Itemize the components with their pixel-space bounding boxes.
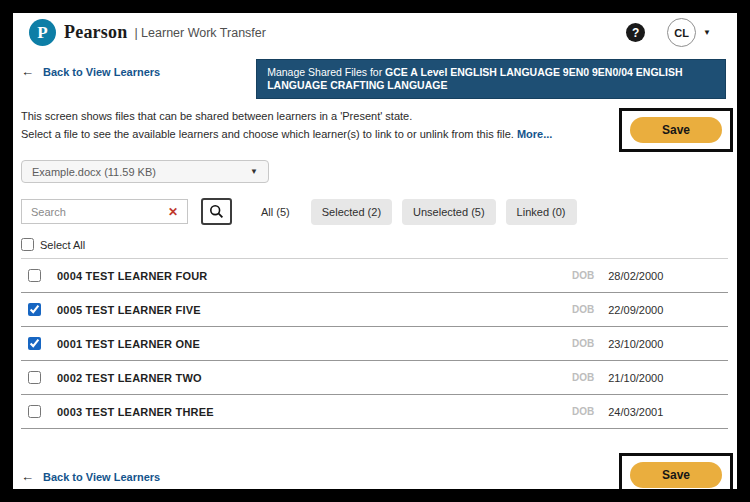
search-box: ✕ — [21, 199, 188, 224]
filter-chips: All (5) Selected (2) Unselected (5) Link… — [250, 199, 587, 225]
chevron-down-icon[interactable]: ▼ — [703, 28, 711, 37]
filter-linked[interactable]: Linked (0) — [506, 199, 577, 225]
dob-label: DOB — [572, 338, 594, 349]
dob-label: DOB — [572, 304, 594, 315]
save-highlight-bottom: Save — [619, 453, 733, 489]
dob-group: DOB 24/03/2001 — [572, 406, 728, 418]
back-arrow-icon: ← — [21, 469, 34, 484]
learner-list: 0004 TEST LEARNER FOUR DOB 28/02/2000 00… — [21, 258, 728, 429]
app-title: | Learner Work Transfer — [134, 26, 266, 40]
banner-prefix: Manage Shared Files for — [267, 66, 385, 78]
back-to-view-learners-link-bottom[interactable]: ← Back to View Learners — [21, 453, 160, 484]
dob-value: 23/10/2000 — [608, 338, 663, 350]
table-row[interactable]: 0001 TEST LEARNER ONE DOB 23/10/2000 — [21, 327, 728, 361]
brand-name: Pearson — [64, 22, 127, 43]
file-select-row: Example.docx (11.59 KB) ▼ — [21, 160, 737, 183]
dob-value: 28/02/2000 — [608, 270, 663, 282]
file-dropdown-value: Example.docx (11.59 KB) — [32, 166, 156, 178]
row-checkbox[interactable] — [28, 405, 41, 418]
back-link-label: Back to View Learners — [43, 66, 160, 78]
row-checkbox[interactable] — [28, 371, 41, 384]
dob-group: DOB 23/10/2000 — [572, 338, 728, 350]
clear-search-icon[interactable]: ✕ — [168, 206, 178, 218]
filter-all[interactable]: All (5) — [250, 199, 301, 225]
dob-value: 22/09/2000 — [608, 304, 663, 316]
table-row[interactable]: 0005 TEST LEARNER FIVE DOB 22/09/2000 — [21, 293, 728, 327]
select-all-checkbox[interactable] — [21, 238, 34, 251]
footer-row: ← Back to View Learners Save — [21, 453, 733, 489]
app-window: CL P Pearson | Learner Work Transfer ? C… — [13, 13, 737, 489]
row-checkbox[interactable] — [28, 337, 41, 350]
filter-unselected[interactable]: Unselected (5) — [402, 199, 496, 225]
dob-value: 21/10/2000 — [608, 372, 663, 384]
back-to-view-learners-link[interactable]: ← Back to View Learners — [21, 59, 160, 79]
learner-name: 0002 TEST LEARNER TWO — [57, 372, 572, 384]
back-link-label: Back to View Learners — [43, 471, 160, 483]
page-title-banner: Manage Shared Files for GCE A Level ENGL… — [256, 59, 726, 99]
help-icon[interactable]: ? — [626, 23, 645, 42]
table-row[interactable]: 0002 TEST LEARNER TWO DOB 21/10/2000 — [21, 361, 728, 395]
avatar[interactable]: CL — [667, 18, 696, 47]
save-button-top[interactable]: Save — [630, 117, 722, 143]
select-all[interactable]: Select All — [21, 238, 737, 251]
intro-line-1: This screen shows files that can be shar… — [21, 108, 619, 126]
dob-value: 24/03/2001 — [608, 406, 663, 418]
header-actions: ? CL ▼ — [626, 18, 711, 47]
dob-label: DOB — [572, 406, 594, 417]
dob-group: DOB 22/09/2000 — [572, 304, 728, 316]
dob-group: DOB 21/10/2000 — [572, 372, 728, 384]
save-button-bottom[interactable]: Save — [630, 462, 722, 488]
learner-name: 0004 TEST LEARNER FOUR — [57, 270, 572, 282]
more-link[interactable]: More... — [517, 128, 552, 140]
dob-group: DOB 28/02/2000 — [572, 270, 728, 282]
search-button[interactable] — [201, 198, 232, 225]
learner-name: 0003 TEST LEARNER THREE — [57, 406, 572, 418]
row-checkbox[interactable] — [28, 303, 41, 316]
brand: CL P Pearson | Learner Work Transfer — [29, 19, 266, 46]
save-highlight-top: Save — [619, 108, 733, 152]
intro-line-2: Select a file to see the available learn… — [21, 128, 514, 140]
pearson-logo-icon: P — [29, 19, 56, 46]
select-all-label: Select All — [40, 239, 85, 251]
search-row: ✕ All (5) Selected (2) Unselected (5) Li… — [21, 198, 737, 225]
app-header: CL P Pearson | Learner Work Transfer ? C… — [13, 13, 737, 51]
dob-label: DOB — [572, 270, 594, 281]
dropdown-caret-icon: ▼ — [250, 167, 258, 176]
screenshot-frame: CL P Pearson | Learner Work Transfer ? C… — [0, 0, 750, 502]
table-row[interactable]: 0004 TEST LEARNER FOUR DOB 28/02/2000 — [21, 259, 728, 293]
learner-name: 0001 TEST LEARNER ONE — [57, 338, 572, 350]
intro-text: This screen shows files that can be shar… — [21, 108, 619, 152]
dob-label: DOB — [572, 372, 594, 383]
search-icon — [209, 204, 224, 219]
back-arrow-icon: ← — [21, 64, 34, 79]
row-checkbox[interactable] — [28, 269, 41, 282]
table-row[interactable]: 0003 TEST LEARNER THREE DOB 24/03/2001 — [21, 395, 728, 429]
filter-selected[interactable]: Selected (2) — [311, 199, 392, 225]
intro-row: This screen shows files that can be shar… — [21, 108, 733, 152]
search-input[interactable] — [22, 200, 187, 223]
file-dropdown[interactable]: Example.docx (11.59 KB) ▼ — [21, 160, 269, 183]
learner-name: 0005 TEST LEARNER FIVE — [57, 304, 572, 316]
banner-row: ← Back to View Learners Manage Shared Fi… — [21, 59, 726, 99]
